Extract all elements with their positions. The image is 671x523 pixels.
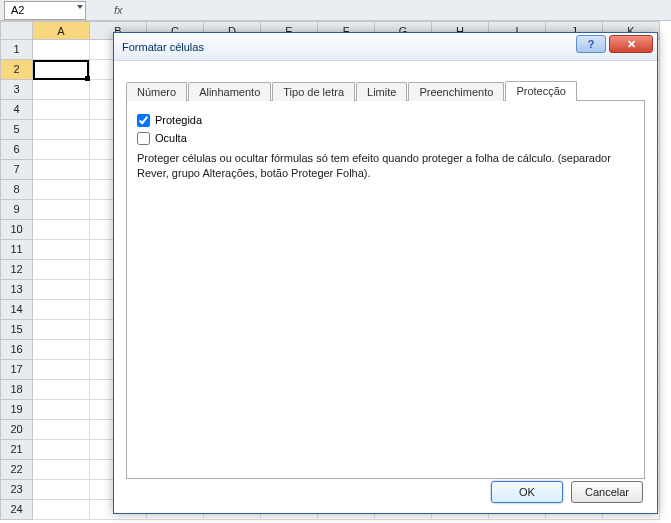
cell[interactable] [33,200,90,220]
tab-limite[interactable]: Limite [356,82,407,101]
row-header[interactable]: 8 [0,180,33,200]
close-button[interactable]: ✕ [609,35,653,53]
cell[interactable] [33,480,90,500]
cell[interactable] [33,400,90,420]
tab-tipo-de-letra[interactable]: Tipo de letra [272,82,355,101]
row-header[interactable]: 13 [0,280,33,300]
name-box-value: A2 [11,4,24,16]
tab-numero[interactable]: Número [126,82,187,101]
row-header[interactable]: 2 [0,60,33,80]
dialog-titlebar[interactable]: Formatar células ? ✕ [114,33,657,61]
row-header[interactable]: 7 [0,160,33,180]
tab-alinhamento[interactable]: Alinhamento [188,82,271,101]
cell[interactable] [33,80,90,100]
help-icon: ? [588,38,595,50]
close-icon: ✕ [627,38,636,51]
column-header[interactable]: A [33,21,90,40]
cell[interactable] [33,320,90,340]
checkbox-row-protegida[interactable]: Protegida [137,111,634,129]
cell[interactable] [33,240,90,260]
row-header[interactable]: 17 [0,360,33,380]
cell[interactable] [33,440,90,460]
cell[interactable] [33,120,90,140]
cell[interactable] [33,40,90,60]
cell[interactable] [33,280,90,300]
cell[interactable] [33,420,90,440]
select-all-corner[interactable] [0,21,33,40]
row-header[interactable]: 10 [0,220,33,240]
row-header[interactable]: 19 [0,400,33,420]
cell[interactable] [33,380,90,400]
cell[interactable] [33,180,90,200]
cell[interactable] [33,100,90,120]
row-header[interactable]: 6 [0,140,33,160]
row-header[interactable]: 11 [0,240,33,260]
name-box[interactable]: A2 [4,1,86,20]
cell[interactable] [33,260,90,280]
chevron-down-icon[interactable] [77,5,83,9]
checkbox-protegida-label: Protegida [155,114,202,126]
row-header[interactable]: 14 [0,300,33,320]
row-header[interactable]: 24 [0,500,33,520]
help-button[interactable]: ? [576,35,606,53]
cell[interactable] [33,340,90,360]
cell[interactable] [33,140,90,160]
cell[interactable] [33,300,90,320]
row-header[interactable]: 15 [0,320,33,340]
row-header[interactable]: 23 [0,480,33,500]
checkbox-oculta-label: Oculta [155,132,187,144]
row-header[interactable]: 3 [0,80,33,100]
cell[interactable] [33,160,90,180]
formula-bar: A2 fx [0,0,671,21]
tab-proteccao[interactable]: Protecção [505,81,577,101]
format-cells-dialog: Formatar células ? ✕ Número Alinhamento … [113,32,658,514]
cell[interactable] [33,220,90,240]
row-headers: 123456789101112131415161718192021222324 [0,21,33,520]
cell[interactable] [33,500,90,520]
checkbox-row-oculta[interactable]: Oculta [137,129,634,147]
protection-description: Proteger células ou ocultar fórmulas só … [137,151,634,181]
row-header[interactable]: 1 [0,40,33,60]
dialog-tabs: Número Alinhamento Tipo de letra Limite … [126,77,645,101]
row-header[interactable]: 12 [0,260,33,280]
row-header[interactable]: 5 [0,120,33,140]
active-cell[interactable] [33,60,89,80]
cell[interactable] [33,360,90,380]
tab-preenchimento[interactable]: Preenchimento [408,82,504,101]
row-header[interactable]: 22 [0,460,33,480]
row-header[interactable]: 20 [0,420,33,440]
fx-icon[interactable]: fx [114,4,123,16]
tab-panel-proteccao: Protegida Oculta Proteger células ou ocu… [126,101,645,479]
row-header[interactable]: 18 [0,380,33,400]
checkbox-oculta[interactable] [137,132,150,145]
row-header[interactable]: 21 [0,440,33,460]
ok-button[interactable]: OK [491,481,563,503]
row-header[interactable]: 16 [0,340,33,360]
checkbox-protegida[interactable] [137,114,150,127]
row-header[interactable]: 9 [0,200,33,220]
cancel-button[interactable]: Cancelar [571,481,643,503]
row-header[interactable]: 4 [0,100,33,120]
dialog-title: Formatar células [122,41,204,53]
cell[interactable] [33,460,90,480]
